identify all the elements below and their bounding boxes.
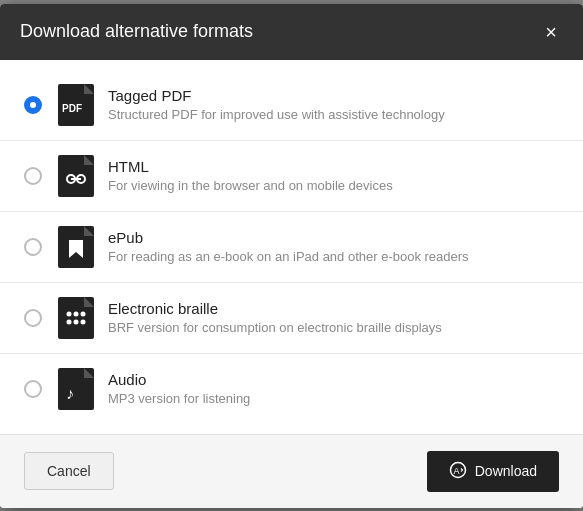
format-item-epub[interactable]: ePubFor reading as an e-book on an iPad … (0, 212, 583, 283)
close-button[interactable]: × (539, 20, 563, 44)
cancel-button[interactable]: Cancel (24, 452, 114, 490)
svg-point-13 (67, 311, 72, 316)
svg-point-14 (74, 311, 79, 316)
format-description: BRF version for consumption on electroni… (108, 320, 559, 335)
format-info: Electronic brailleBRF version for consum… (108, 300, 559, 335)
format-name: Tagged PDF (108, 87, 559, 104)
format-info: ePubFor reading as an e-book on an iPad … (108, 229, 559, 264)
download-label: Download (475, 463, 537, 479)
format-info: HTMLFor viewing in the browser and on mo… (108, 158, 559, 193)
svg-point-17 (74, 319, 79, 324)
file-icon-braille (58, 297, 94, 339)
format-name: Audio (108, 371, 559, 388)
file-icon-link (58, 155, 94, 197)
format-description: MP3 version for listening (108, 391, 559, 406)
format-info: AudioMP3 version for listening (108, 371, 559, 406)
modal-footer: Cancel A Download (0, 434, 583, 508)
format-info: Tagged PDFStructured PDF for improved us… (108, 87, 559, 122)
svg-point-15 (81, 311, 86, 316)
svg-text:♪: ♪ (66, 385, 74, 402)
radio-html[interactable] (24, 167, 42, 185)
format-item-tagged-pdf[interactable]: PDF Tagged PDFStructured PDF for improve… (0, 70, 583, 141)
download-accessibility-icon: A (449, 461, 467, 482)
format-item-audio[interactable]: ♪ AudioMP3 version for listening (0, 354, 583, 424)
radio-electronic-braille[interactable] (24, 309, 42, 327)
svg-point-16 (67, 319, 72, 324)
download-button[interactable]: A Download (427, 451, 559, 492)
radio-audio[interactable] (24, 380, 42, 398)
format-name: Electronic braille (108, 300, 559, 317)
format-item-electronic-braille[interactable]: Electronic brailleBRF version for consum… (0, 283, 583, 354)
modal-title: Download alternative formats (20, 21, 253, 42)
format-description: Structured PDF for improved use with ass… (108, 107, 559, 122)
format-list: PDF Tagged PDFStructured PDF for improve… (0, 60, 583, 434)
file-icon-pdf: PDF (58, 84, 94, 126)
format-description: For viewing in the browser and on mobile… (108, 178, 559, 193)
format-name: HTML (108, 158, 559, 175)
radio-epub[interactable] (24, 238, 42, 256)
svg-point-18 (81, 319, 86, 324)
format-description: For reading as an e-book on an iPad and … (108, 249, 559, 264)
format-name: ePub (108, 229, 559, 246)
download-modal: Download alternative formats × PDF Tagge… (0, 4, 583, 508)
file-icon-bookmark (58, 226, 94, 268)
svg-text:PDF: PDF (62, 103, 82, 114)
radio-tagged-pdf[interactable] (24, 96, 42, 114)
modal-header: Download alternative formats × (0, 4, 583, 60)
svg-text:A: A (453, 465, 459, 475)
format-item-html[interactable]: HTMLFor viewing in the browser and on mo… (0, 141, 583, 212)
file-icon-audio: ♪ (58, 368, 94, 410)
